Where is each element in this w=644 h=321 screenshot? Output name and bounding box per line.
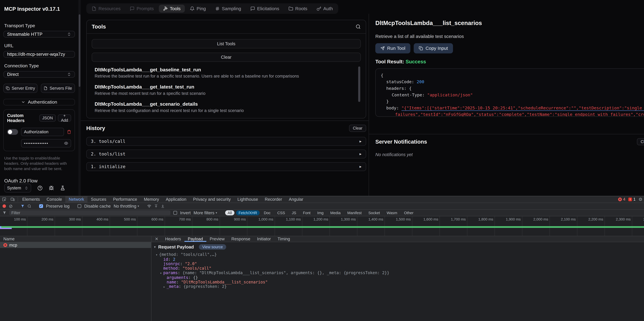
header-name-input[interactable]: Authorization — [21, 128, 64, 136]
devtools-tab[interactable]: Lighthouse — [234, 196, 261, 203]
tool-list-item[interactable]: DltMcpToolsLambda___get_latest_test_run … — [95, 84, 361, 96]
request-type-pill[interactable]: JS — [289, 210, 299, 215]
payload-line-meta[interactable]: ▸_meta: {progressToken: 2} — [154, 284, 644, 289]
help-icon[interactable] — [38, 186, 42, 191]
run-tool-button[interactable]: Run Tool — [375, 43, 410, 53]
request-type-pill[interactable]: Socket — [366, 210, 382, 215]
bug-icon[interactable] — [49, 186, 54, 191]
payload-line-params[interactable]: ▾params: {name: "DltMcpToolsLambda___lis… — [154, 271, 644, 275]
settings-gear-icon[interactable]: ⚙ — [638, 197, 642, 202]
connection-type-select[interactable]: Direct — [3, 71, 75, 78]
tab-resources[interactable]: Resources — [88, 5, 125, 13]
devtools-tab[interactable]: Sources — [88, 196, 110, 203]
servers-file-button[interactable]: Servers File — [41, 84, 75, 93]
request-type-pill[interactable]: CSS — [275, 210, 288, 215]
tab-tools[interactable]: Tools — [159, 5, 185, 13]
tab-elicitations[interactable]: Elicitations — [246, 5, 283, 13]
export-har-icon[interactable] — [161, 204, 164, 208]
devtools-tab[interactable]: Application — [162, 196, 190, 203]
expand-arrow-icon[interactable]: ▶ — [360, 165, 362, 169]
theme-select[interactable]: System — [4, 184, 31, 193]
trash-icon[interactable] — [67, 130, 71, 134]
name-column-header[interactable]: Name — [0, 236, 151, 242]
copy-input-button[interactable]: Copy Input — [414, 43, 453, 53]
record-network-log-button[interactable] — [2, 204, 6, 208]
details-tab[interactable]: Payload — [184, 236, 206, 242]
tool-result-json[interactable]: { statusCode: 200 headers: { Content-Typ… — [375, 68, 644, 117]
request-type-pill[interactable]: Img — [315, 210, 326, 215]
network-filter-input[interactable] — [9, 210, 170, 215]
close-details-icon[interactable]: ✕ — [152, 236, 162, 242]
request-type-pill[interactable]: Doc — [261, 210, 273, 215]
devtools-tab[interactable]: Network — [65, 196, 88, 203]
clear-tools-button[interactable]: Clear — [92, 53, 361, 62]
tab-prompts[interactable]: Prompts — [126, 5, 158, 13]
add-header-button[interactable]: + Add — [58, 114, 71, 122]
details-tab[interactable]: Preview — [206, 236, 228, 242]
request-type-pill[interactable]: Font — [300, 210, 313, 215]
request-type-pill[interactable]: Other — [402, 210, 416, 215]
details-tab[interactable]: Response — [228, 236, 254, 242]
request-type-pill[interactable]: Manifest — [345, 210, 364, 215]
tools-scrollbar-thumb[interactable] — [358, 66, 360, 102]
request-type-pill[interactable]: Fetch/XHR — [236, 210, 260, 215]
payload-root-line[interactable]: ▾{method: "tools/call",…} — [154, 252, 644, 257]
history-item[interactable]: 3. tools/call ▶ — [86, 137, 366, 146]
search-network-icon[interactable] — [28, 204, 31, 208]
flask-icon[interactable] — [60, 186, 65, 191]
invert-checkbox[interactable] — [173, 211, 177, 215]
payload-line-method[interactable]: method: "tools/call" — [154, 266, 644, 271]
request-row-mcp[interactable]: ✕ mcp — [0, 242, 151, 248]
server-entry-button[interactable]: Server Entry — [3, 84, 38, 93]
request-type-pill[interactable]: Wasm — [384, 210, 400, 215]
tool-list-item[interactable]: DltMcpToolsLambda___get_scenario_details… — [95, 101, 361, 113]
tab-sampling[interactable]: Sampling — [211, 5, 245, 13]
disable-cache-checkbox[interactable] — [78, 204, 81, 208]
header-enable-toggle[interactable] — [7, 129, 18, 135]
payload-line-id[interactable]: id: 2 — [154, 257, 644, 262]
url-input[interactable] — [3, 51, 75, 58]
network-overview-timeline[interactable]: 100 ms 200 ms 300 ms 400 ms 500 ms 600 m… — [0, 216, 644, 236]
devtools-tab[interactable]: Recorder — [261, 196, 286, 203]
payload-line-name[interactable]: name: "DltMcpToolsLambda___list_scenario… — [154, 280, 644, 284]
transport-type-select[interactable]: Streamable HTTP — [3, 31, 75, 38]
tab-ping[interactable]: Ping — [186, 5, 210, 13]
network-conditions-icon[interactable] — [147, 204, 151, 208]
json-button[interactable]: JSON — [39, 114, 56, 122]
more-filters-dropdown[interactable]: More filters ▾ — [194, 210, 217, 215]
tool-list-item[interactable]: DltMcpToolsLambda___get_baseline_test_ru… — [95, 67, 361, 79]
issues-badge[interactable]: !1 — [628, 197, 636, 202]
history-item[interactable]: 2. tools/list ▶ — [86, 149, 366, 158]
payload-line-arguments[interactable]: arguments: {} — [154, 275, 644, 280]
notifications-clear-button[interactable]: Clear — [637, 138, 644, 145]
sidebar-scrollbar-thumb[interactable] — [79, 14, 80, 87]
list-tools-button[interactable]: List Tools — [92, 39, 361, 48]
inspect-element-icon[interactable] — [0, 196, 8, 203]
expand-arrow-icon[interactable]: ▶ — [360, 139, 362, 143]
eye-icon[interactable] — [64, 141, 68, 145]
history-item[interactable]: 1. initialize ▶ — [86, 162, 366, 171]
search-icon[interactable] — [356, 24, 361, 29]
section-collapse-icon[interactable]: ▾ — [154, 245, 156, 249]
expand-arrow-icon[interactable]: ▶ — [360, 152, 362, 156]
details-tab[interactable]: Timing — [274, 236, 294, 242]
history-clear-button[interactable]: Clear — [349, 125, 366, 132]
request-type-pill[interactable]: Media — [328, 210, 343, 215]
details-tab[interactable]: Initiator — [254, 236, 274, 242]
tab-auth[interactable]: Auth — [312, 5, 337, 13]
payload-line-jsonrpc[interactable]: jsonrpc: "2.0" — [154, 261, 644, 266]
devtools-tab[interactable]: Privacy and security — [190, 196, 234, 203]
authentication-toggle[interactable]: Authentication — [3, 99, 75, 105]
preserve-log-checkbox[interactable]: ✓ — [39, 204, 43, 208]
view-source-button[interactable]: View source — [199, 244, 226, 250]
devtools-tab[interactable]: Memory — [140, 196, 162, 203]
console-errors-badge[interactable]: ✕4 — [618, 197, 625, 202]
header-value-input[interactable]: •••••••••••••• — [21, 139, 71, 147]
devtools-tab[interactable]: Angular — [286, 196, 307, 203]
filter-funnel-icon[interactable] — [21, 204, 24, 208]
devtools-tab[interactable]: Performance — [110, 196, 140, 203]
devtools-tab[interactable]: Elements — [19, 196, 43, 203]
oauth-flow-label[interactable]: OAuth 2.0 Flow — [3, 178, 75, 184]
tab-roots[interactable]: Roots — [284, 5, 312, 13]
details-tab[interactable]: Headers — [162, 236, 184, 242]
